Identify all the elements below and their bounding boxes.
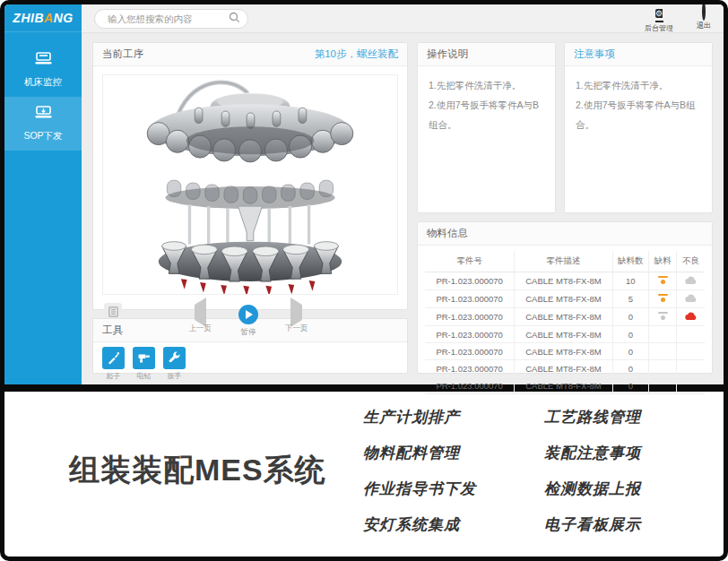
part-no-cell: PR-1.023.000070 [425, 290, 515, 308]
right-column: 操作说明 1.先把零件洗清干净。 2.使用7号扳手将零件A与B组合。 注意事项 [417, 42, 713, 374]
defect-icon-cell [677, 360, 705, 377]
admin-button[interactable]: ⚙ 后台管理 [645, 4, 673, 33]
tool-label: 电钻 [133, 371, 155, 381]
part-no-cell: PR-1.023.000070 [425, 377, 515, 394]
content-area: 当前工序 第10步，螺丝装配 [82, 33, 724, 384]
col-shortage-qty: 缺料数 [612, 251, 649, 272]
drill-icon [133, 347, 155, 369]
defect-icon-cell [677, 343, 705, 360]
note-line: 1.先把零件洗清干净。 [576, 75, 701, 95]
shortage-qty-cell: 0 [612, 308, 649, 326]
defect-icon-cell [677, 272, 705, 290]
logo-text-left: ZHIB [13, 11, 44, 25]
notes-body: 1.先把零件洗清干净。 2.使用7号扳手将零件A与B组合。 [565, 66, 712, 143]
shortage-icon-cell [649, 343, 677, 360]
search-input[interactable] [108, 13, 229, 24]
logo-text-right: NG [54, 11, 74, 25]
feature-item: 安灯系统集成 [363, 514, 476, 535]
shortage-qty-cell: 0 [612, 326, 649, 343]
feature-list: 生产计划排产 工艺路线管理 物料配料管理 装配注意事项 作业指导书下发 检测数据… [363, 407, 641, 535]
process-image-container [102, 74, 398, 295]
instructions-card: 操作说明 1.先把零件洗清干净。 2.使用7号扳手将零件A与B组合。 [417, 42, 556, 213]
table-row[interactable]: PR-1.023.000070 CABLE MT8-FX-8M 5 [425, 290, 705, 308]
instruction-line: 1.先把零件洗清干净。 [429, 75, 544, 95]
defect-cloud-icon [685, 294, 698, 303]
table-row[interactable]: PR-1.023.000070 CABLE MT8-FX-8M 0 [425, 326, 705, 343]
pause-button[interactable]: 暂停 [238, 305, 258, 338]
instruction-line: 2.使用7号扳手将零件A与B组合。 [429, 95, 544, 134]
col-shortage: 缺料 [649, 251, 677, 272]
playback-controls: 工序 上一页 暂停 [93, 298, 407, 344]
sidebar-item-label: SOP下发 [23, 130, 62, 141]
feature-item: 电子看板展示 [544, 514, 641, 535]
tool-screwdriver[interactable]: 起子 [102, 347, 125, 381]
note-line: 2.使用7号扳手将零件A与B组合。 [576, 95, 701, 134]
shortage-icon-cell [649, 272, 677, 290]
banner-title: 组装装配MES系统 [69, 450, 326, 491]
col-part-no: 零件号 [425, 251, 515, 272]
defect-cloud-icon-red [685, 312, 698, 321]
app-screenshot: ZHIBANG 机床监控 SOP下发 [4, 4, 724, 392]
part-desc-cell: CABLE MT8-FX-8M [515, 308, 612, 326]
shortage-qty-cell: 5 [612, 290, 649, 308]
defect-cloud-icon [685, 276, 698, 285]
tool-label: 扳手 [163, 371, 186, 381]
screwdriver-icon [102, 347, 125, 369]
play-pause-icon [238, 305, 258, 324]
admin-label: 后台管理 [645, 23, 673, 33]
prev-page-label: 上一页 [189, 324, 212, 334]
col-part-desc: 零件描述 [515, 251, 612, 272]
marketing-frame: ZHIBANG 机床监控 SOP下发 [0, 0, 728, 561]
nav-group: 上一页 暂停 下一页 [111, 305, 386, 338]
part-no-cell: PR-1.023.000070 [425, 326, 515, 343]
sidebar-item-sop-dispatch[interactable]: SOP下发 [4, 97, 82, 151]
feature-item: 检测数据上报 [544, 479, 641, 499]
shortage-qty-cell: 0 [612, 377, 649, 394]
right-top-row: 操作说明 1.先把零件洗清干净。 2.使用7号扳手将零件A与B组合。 注意事项 [417, 42, 713, 213]
shortage-alarm-icon [658, 312, 668, 320]
table-row[interactable]: PR-1.023.000070 CABLE MT8-FX-8M 10 [425, 272, 705, 290]
defect-icon-cell [677, 290, 705, 308]
feature-item: 作业指导书下发 [363, 479, 476, 499]
logout-button[interactable]: 退出 [697, 4, 711, 33]
table-row[interactable]: PR-1.023.000070 CABLE MT8-FX-8M 0 [425, 377, 705, 394]
prev-page-button[interactable]: 上一页 [189, 305, 212, 334]
current-process-title: 当前工序 [102, 47, 143, 61]
search-box [94, 9, 248, 29]
next-page-button[interactable]: 下一页 [285, 305, 308, 334]
machine-exploded-view-image [103, 75, 397, 294]
topbar: ⚙ 后台管理 退出 [82, 4, 724, 33]
shortage-icon-cell [649, 360, 677, 377]
materials-header: 物料信息 [418, 222, 712, 246]
tool-drill[interactable]: 电钻 [133, 347, 155, 381]
part-desc-cell: CABLE MT8-FX-8M [515, 326, 612, 343]
part-desc-cell: CABLE MT8-FX-8M [515, 377, 612, 394]
table-row[interactable]: PR-1.023.000070 CABLE MT8-FX-8M 0 [425, 360, 705, 377]
feature-item: 物料配料管理 [363, 443, 476, 463]
sidebar-item-machine-monitor[interactable]: 机床监控 [4, 43, 82, 97]
shortage-qty-cell: 0 [612, 360, 649, 377]
materials-title: 物料信息 [427, 227, 468, 240]
shortage-alarm-icon [658, 294, 668, 302]
materials-card: 物料信息 零件号 零件描述 缺料数 缺料 不良 [417, 221, 713, 374]
shortage-icon-cell [649, 290, 677, 308]
sidebar: ZHIBANG 机床监控 SOP下发 [4, 4, 82, 384]
sidebar-item-label: 机床监控 [24, 76, 62, 87]
app-logo: ZHIBANG [4, 4, 82, 32]
part-no-cell: PR-1.023.000070 [425, 272, 515, 290]
table-row[interactable]: PR-1.023.000070 CABLE MT8-FX-8M 0 [425, 343, 705, 360]
part-desc-cell: CABLE MT8-FX-8M [515, 290, 612, 308]
instructions-body: 1.先把零件洗清干净。 2.使用7号扳手将零件A与B组合。 [418, 66, 555, 143]
shortage-qty-cell: 10 [612, 272, 649, 290]
defect-icon-cell [677, 308, 705, 326]
tool-wrench[interactable]: 扳手 [163, 347, 186, 381]
shortage-qty-cell: 0 [612, 343, 649, 360]
part-desc-cell: CABLE MT8-FX-8M [515, 272, 612, 290]
tool-label: 起子 [102, 371, 125, 381]
table-header-row: 零件号 零件描述 缺料数 缺料 不良 [425, 251, 705, 272]
table-row[interactable]: PR-1.023.000070 CABLE MT8-FX-8M 0 [425, 308, 705, 326]
admin-monitor-gear-icon: ⚙ [645, 9, 673, 22]
search-icon[interactable] [229, 11, 240, 27]
tools-row: 起子 电钻 [93, 342, 407, 385]
instructions-title: 操作说明 [427, 47, 468, 61]
